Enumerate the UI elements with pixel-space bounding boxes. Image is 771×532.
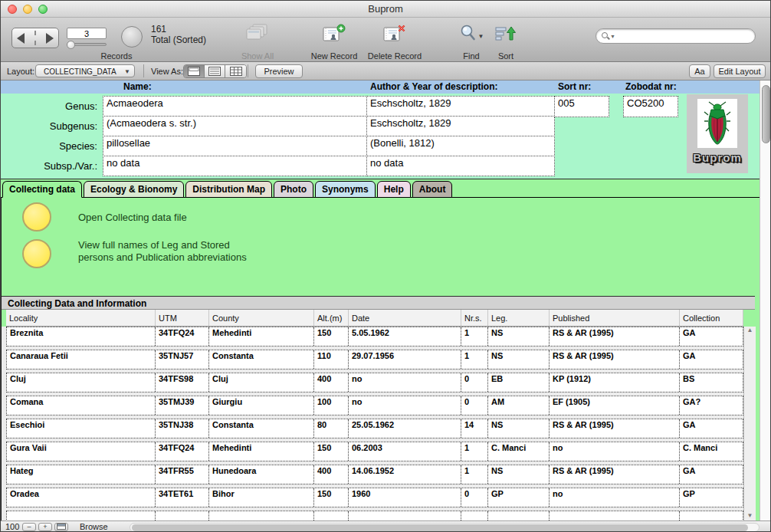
table-cell[interactable]: 1 (461, 350, 488, 369)
table-cell[interactable] (314, 511, 349, 521)
subgenus-author-field[interactable]: Eschscholtz, 1829 (366, 116, 555, 136)
table-cell[interactable]: RS & AR (1995) (550, 327, 680, 346)
table-cell[interactable]: 14.06.1952 (349, 465, 461, 484)
table-cell[interactable]: RS & AR (1995) (550, 465, 680, 484)
table-cell[interactable] (488, 511, 550, 521)
table-cell[interactable]: NS (488, 327, 550, 346)
genus-field[interactable]: Acmaeodera (103, 96, 367, 117)
table-cell[interactable]: Mehedinti (209, 327, 314, 346)
species-field[interactable]: pillosellae (103, 136, 367, 156)
table-cell[interactable] (209, 511, 314, 521)
vertical-scrollbar-thumb[interactable] (762, 85, 770, 143)
table-cell[interactable]: GA (680, 419, 743, 438)
table-cell[interactable]: 29.07.1956 (349, 350, 461, 369)
table-cell[interactable]: Constanta (209, 350, 314, 369)
table-cell[interactable]: GA (680, 465, 743, 484)
table-cell[interactable]: RS & AR (1995) (550, 350, 680, 369)
tab-synonyms[interactable]: Synonyms (315, 181, 376, 198)
text-formatting-button[interactable]: Aa (689, 64, 710, 78)
titlebar[interactable]: Buprom (1, 1, 770, 18)
table-cell[interactable]: NS (488, 465, 550, 484)
table-cell[interactable]: Cluj (7, 373, 156, 392)
table-cell[interactable] (461, 511, 488, 521)
table-cell[interactable]: NS (488, 350, 550, 369)
tab-collecting-data[interactable]: Collecting data (2, 181, 82, 198)
search-field[interactable]: ▼ (595, 28, 756, 44)
table-cell[interactable]: Bihor (209, 488, 314, 507)
table-cell[interactable]: Oradea (7, 488, 156, 507)
previous-record-icon[interactable] (17, 33, 25, 44)
table-cell[interactable]: GP (680, 488, 743, 507)
table-cell[interactable]: 34TFS98 (156, 373, 209, 392)
species-author-field[interactable]: (Bonelli, 1812) (366, 136, 555, 156)
table-cell[interactable]: 80 (314, 419, 349, 438)
table-cell[interactable]: 0 (461, 373, 488, 392)
table-cell[interactable]: GA (680, 350, 743, 369)
found-set-dial[interactable] (121, 26, 143, 48)
view-full-names-button[interactable] (22, 239, 51, 268)
table-cell[interactable]: 150 (314, 488, 349, 507)
table-cell[interactable]: 1 (461, 442, 488, 461)
table-cell[interactable] (7, 511, 156, 521)
table-cell[interactable]: 35TMJ39 (156, 396, 209, 415)
table-cell[interactable]: GA (680, 327, 743, 346)
table-cell[interactable]: no (550, 488, 680, 507)
subsp-var-field[interactable]: no data (103, 156, 367, 176)
table-cell[interactable]: Canaraua Fetii (7, 350, 156, 369)
genus-author-field[interactable]: Eschscholtz, 1829 (366, 96, 555, 117)
table-cell[interactable]: 35TNJ38 (156, 419, 209, 438)
table-cell[interactable]: 150 (314, 442, 349, 461)
tab-distribution-map[interactable]: Distribution Map (185, 181, 272, 198)
table-cell[interactable]: 1 (461, 327, 488, 346)
open-collecting-data-button[interactable] (22, 202, 51, 232)
table-cell[interactable]: 34TET61 (156, 488, 209, 507)
table-cell[interactable] (550, 511, 680, 521)
tab-help[interactable]: Help (377, 181, 411, 198)
table-cell[interactable]: GP (488, 488, 550, 507)
table-cell[interactable]: 34TFQ24 (156, 442, 209, 461)
table-cell[interactable]: Gura Vaii (7, 442, 156, 461)
layout-dropdown[interactable]: COLLECTING_DATA ▼ (35, 64, 135, 77)
table-cell[interactable]: Mehedinti (209, 442, 314, 461)
record-slider-thumb[interactable] (67, 41, 75, 49)
table-cell[interactable]: Comana (7, 396, 156, 415)
table-cell[interactable]: KP (1912) (550, 373, 680, 392)
table-cell[interactable]: C. Manci (680, 442, 743, 461)
table-cell[interactable] (156, 511, 209, 521)
table-cell[interactable]: Esechioi (7, 419, 156, 438)
table-cell[interactable]: no (349, 396, 461, 415)
new-record-button[interactable]: New Record (306, 24, 363, 61)
record-slider[interactable] (67, 43, 107, 46)
zoom-in-button[interactable]: + (38, 523, 52, 531)
table-cell[interactable]: 100 (314, 396, 349, 415)
table-cell[interactable]: 35TNJ57 (156, 350, 209, 369)
table-cell[interactable]: 0 (461, 488, 488, 507)
table-cell[interactable]: C. Manci (488, 442, 550, 461)
record-navigation-book[interactable] (11, 28, 59, 48)
table-cell[interactable]: Constanta (209, 419, 314, 438)
scroll-up-icon[interactable]: ▲ (747, 327, 753, 333)
table-cell[interactable] (680, 511, 743, 521)
preview-button[interactable]: Preview (255, 64, 303, 78)
table-cell[interactable]: 400 (314, 465, 349, 484)
table-cell[interactable]: no (349, 373, 461, 392)
table-cell[interactable]: 25.05.1962 (349, 419, 461, 438)
table-cell[interactable]: 1960 (349, 488, 461, 507)
table-cell[interactable]: 5.05.1962 (349, 327, 461, 346)
scroll-down-icon[interactable]: ▼ (744, 512, 756, 520)
mode-selector[interactable]: Browse (80, 522, 108, 531)
table-cell[interactable]: Breznita (7, 327, 156, 346)
find-button[interactable]: ▼ Find (451, 24, 491, 61)
search-input[interactable] (617, 31, 750, 41)
tab-photo[interactable]: Photo (274, 181, 313, 198)
find-dropdown-icon[interactable]: ▼ (478, 33, 484, 40)
tab-ecology-bionomy[interactable]: Ecology & Bionomy (84, 181, 184, 198)
table-cell[interactable]: 400 (314, 373, 349, 392)
table-cell[interactable] (349, 511, 461, 521)
table-cell[interactable]: 14 (461, 419, 488, 438)
show-all-button[interactable]: Show All (231, 24, 284, 61)
current-record-input[interactable] (67, 28, 107, 39)
table-cell[interactable]: 06.2003 (349, 442, 461, 461)
table-cell[interactable]: BS (680, 373, 743, 392)
search-scope-dropdown-icon[interactable]: ▼ (610, 34, 615, 39)
